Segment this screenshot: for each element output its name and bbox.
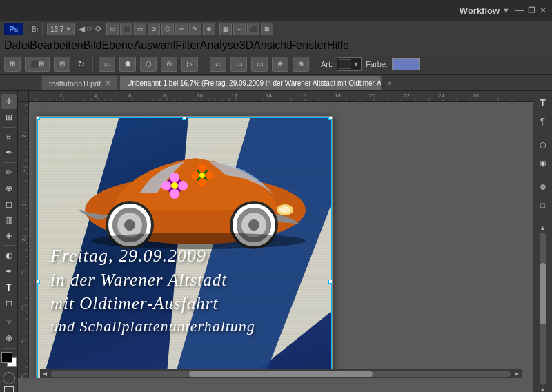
canvas-wrapper[interactable]: Freitag, 29.09.2009 in der Warener Altst…: [29, 102, 533, 378]
tool-sep-4: [3, 313, 15, 313]
right-scroll-up[interactable]: ▲: [540, 224, 546, 231]
zoom-controls[interactable]: 16,7 ▼: [47, 23, 75, 35]
tool-eyedropper[interactable]: ✒: [1, 145, 17, 160]
menu-datei[interactable]: Datei: [4, 39, 30, 52]
menu-3d[interactable]: 3D: [239, 39, 253, 52]
tool-zoom[interactable]: ⊕: [1, 331, 17, 346]
opt-button-5[interactable]: ⬟: [119, 57, 136, 72]
rpanel-layers[interactable]: ⬡: [535, 137, 551, 153]
art-dropdown[interactable]: ▼: [337, 57, 362, 71]
menu-ebene[interactable]: Ebene: [101, 39, 133, 52]
svg-text:14: 14: [266, 92, 272, 99]
tool-pen[interactable]: ✒: [1, 264, 17, 279]
scrollbar-bottom: ◀ ▶: [40, 369, 522, 378]
opt-sep-3: [315, 57, 315, 71]
svg-text:6: 6: [128, 92, 132, 99]
opt-button-9[interactable]: ▭: [210, 57, 226, 72]
opt-button-4[interactable]: ▭: [99, 57, 115, 72]
scroll-right-arrow[interactable]: ▶: [512, 369, 522, 379]
close-button[interactable]: ✕: [540, 6, 546, 15]
canvas-inner: Freitag, 29.09.2009 in der Warener Altst…: [36, 116, 333, 378]
right-scroll-track[interactable]: [540, 233, 546, 385]
tool-select[interactable]: ⊞: [1, 110, 17, 125]
svg-text:24: 24: [438, 92, 444, 99]
tool-sep-2: [3, 162, 15, 163]
rpanel-sep-1: [537, 133, 549, 133]
tab-bar: testtutoria1l.pdf ✕ Unbenannt-1 bei 16,7…: [0, 75, 552, 91]
right-scroll-thumb[interactable]: [540, 263, 546, 324]
opt-button-1[interactable]: ⊞: [4, 57, 21, 72]
opt-button-7[interactable]: ⊙: [161, 57, 177, 72]
ruler-top: 2 4 6 8 10 12 14 16 18 20 22 24 26: [29, 91, 533, 102]
tool-path[interactable]: ◻: [1, 295, 17, 311]
rpanel-channels[interactable]: ◉: [535, 155, 551, 170]
tool-clone[interactable]: ⊕: [1, 181, 17, 196]
right-scroll-down[interactable]: ▼: [540, 386, 546, 392]
color-swatch[interactable]: [392, 58, 420, 70]
tool-blur[interactable]: ◈: [1, 228, 17, 243]
svg-point-150: [198, 178, 206, 186]
rpanel-settings[interactable]: ⚙: [535, 179, 551, 195]
tool-hand[interactable]: ☞: [1, 315, 17, 331]
menu-filter[interactable]: Filter: [175, 39, 200, 52]
minimize-button[interactable]: —: [515, 6, 524, 15]
tab-pdf-close[interactable]: ✕: [105, 79, 110, 87]
shape-tools: ▭ ⬛ ▭ ⊙ ⬡ ∞ ✎ ⊕: [106, 23, 215, 35]
opt-button-10[interactable]: ▭: [230, 57, 247, 72]
svg-text:8: 8: [21, 238, 26, 241]
svg-point-152: [199, 173, 205, 178]
svg-text:16: 16: [300, 92, 306, 99]
tool-crop[interactable]: ⌗: [1, 130, 17, 145]
quick-mask[interactable]: [3, 369, 15, 384]
menu-hilfe[interactable]: Hilfe: [327, 39, 349, 52]
svg-point-142: [170, 173, 179, 182]
screen-mode[interactable]: [4, 386, 14, 392]
opt-button-12[interactable]: ⊕: [272, 57, 288, 72]
title-controls: — ❐ ✕: [515, 6, 546, 15]
svg-point-146: [171, 182, 178, 189]
tool-eraser[interactable]: ◻: [1, 197, 17, 212]
opt-button-13[interactable]: ⊕: [293, 57, 309, 72]
nav-arrows[interactable]: ◀ ☞ ⟳: [79, 24, 102, 34]
opt-button-3[interactable]: ⊟: [54, 57, 70, 72]
opt-button-11[interactable]: ▭: [251, 57, 268, 72]
tool-gradient[interactable]: ▥: [1, 213, 17, 228]
tool-brush[interactable]: ✏: [1, 165, 17, 180]
rpanel-text-tool[interactable]: T: [535, 95, 551, 110]
bridge-icon[interactable]: Br: [28, 23, 43, 35]
menu-analyse[interactable]: Analyse: [200, 39, 239, 52]
foreground-background-swatches[interactable]: [1, 352, 17, 367]
svg-point-154: [279, 206, 290, 213]
left-toolbar: ✛ ⊞ ⌗ ✒ ✏ ⊕ ◻ ▥ ◈ ◐ ✒ T ◻ ☞ ⊕: [0, 91, 18, 392]
tab-overflow[interactable]: »: [383, 79, 395, 87]
foreground-swatch[interactable]: [1, 352, 12, 363]
rpanel-rect[interactable]: □: [535, 197, 551, 213]
menu-fenster[interactable]: Fenster: [290, 39, 327, 52]
tab-pdf[interactable]: testtutoria1l.pdf ✕: [41, 75, 118, 90]
rotation-icon[interactable]: ↻: [75, 58, 87, 70]
restore-button[interactable]: ❐: [528, 6, 535, 15]
menu-auswahl[interactable]: Auswahl: [134, 39, 175, 52]
screen-mode-icon: [4, 386, 14, 392]
poster-text-block: Freitag, 29.09.2009 in der Warener Altst…: [50, 244, 325, 336]
menu-bild[interactable]: Bild: [83, 39, 102, 52]
menu-bearbeiten[interactable]: Bearbeiten: [30, 39, 83, 52]
tool-dodge[interactable]: ◐: [1, 248, 17, 263]
tool-sep-5: [3, 348, 15, 349]
rpanel-paragraph[interactable]: ¶: [535, 113, 551, 128]
opt-button-6[interactable]: ⬡: [140, 57, 157, 72]
tab-main[interactable]: Unbenannt-1 bei 16,7% (Freitag, 29.09.20…: [119, 75, 382, 90]
scroll-thumb[interactable]: [189, 371, 373, 377]
svg-text:12: 12: [231, 92, 237, 99]
tool-move[interactable]: ✛: [1, 94, 17, 109]
scroll-left-arrow[interactable]: ◀: [40, 369, 50, 379]
canvas-area[interactable]: 2 4 6 8 10 12 14 16 18 20 22 24 26: [18, 91, 533, 392]
opt-button-8[interactable]: ▷: [181, 57, 198, 72]
ruler-left-svg: 2 4 6 8 10 12 14 16 18 20: [18, 91, 29, 378]
menu-ansicht[interactable]: Ansicht: [253, 39, 289, 52]
workflow-dropdown-arrow[interactable]: ▼: [502, 6, 510, 14]
title-bar: Workflow ▼ — ❐ ✕: [0, 0, 552, 21]
tool-text[interactable]: T: [1, 280, 17, 295]
scroll-track[interactable]: [51, 371, 511, 377]
opt-button-2[interactable]: ⬛⊞: [25, 57, 50, 72]
